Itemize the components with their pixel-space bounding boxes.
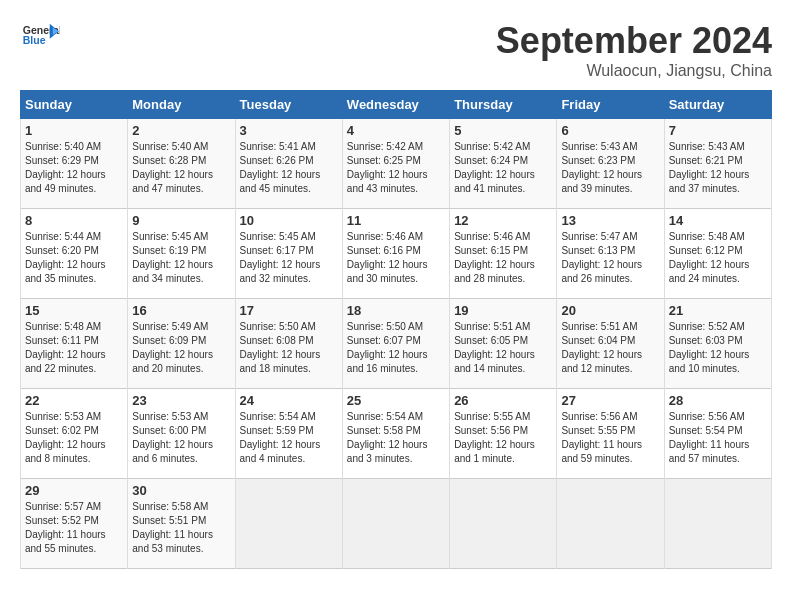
calendar-cell [557, 479, 664, 569]
day-info: Sunrise: 5:45 AM Sunset: 6:19 PM Dayligh… [132, 230, 230, 286]
day-number: 29 [25, 483, 123, 498]
calendar-cell: 14Sunrise: 5:48 AM Sunset: 6:12 PM Dayli… [664, 209, 771, 299]
day-number: 5 [454, 123, 552, 138]
calendar-cell: 1Sunrise: 5:40 AM Sunset: 6:29 PM Daylig… [21, 119, 128, 209]
calendar-cell: 11Sunrise: 5:46 AM Sunset: 6:16 PM Dayli… [342, 209, 449, 299]
day-info: Sunrise: 5:46 AM Sunset: 6:16 PM Dayligh… [347, 230, 445, 286]
day-number: 1 [25, 123, 123, 138]
day-number: 15 [25, 303, 123, 318]
day-info: Sunrise: 5:40 AM Sunset: 6:29 PM Dayligh… [25, 140, 123, 196]
day-number: 12 [454, 213, 552, 228]
calendar-cell: 12Sunrise: 5:46 AM Sunset: 6:15 PM Dayli… [450, 209, 557, 299]
day-info: Sunrise: 5:58 AM Sunset: 5:51 PM Dayligh… [132, 500, 230, 556]
calendar-cell: 21Sunrise: 5:52 AM Sunset: 6:03 PM Dayli… [664, 299, 771, 389]
day-header-sunday: Sunday [21, 91, 128, 119]
day-number: 25 [347, 393, 445, 408]
calendar-table: SundayMondayTuesdayWednesdayThursdayFrid… [20, 90, 772, 569]
day-number: 2 [132, 123, 230, 138]
day-info: Sunrise: 5:42 AM Sunset: 6:25 PM Dayligh… [347, 140, 445, 196]
day-info: Sunrise: 5:54 AM Sunset: 5:59 PM Dayligh… [240, 410, 338, 466]
calendar-cell: 26Sunrise: 5:55 AM Sunset: 5:56 PM Dayli… [450, 389, 557, 479]
calendar-cell: 10Sunrise: 5:45 AM Sunset: 6:17 PM Dayli… [235, 209, 342, 299]
day-info: Sunrise: 5:43 AM Sunset: 6:23 PM Dayligh… [561, 140, 659, 196]
day-info: Sunrise: 5:50 AM Sunset: 6:07 PM Dayligh… [347, 320, 445, 376]
calendar-week-row: 1Sunrise: 5:40 AM Sunset: 6:29 PM Daylig… [21, 119, 772, 209]
day-number: 7 [669, 123, 767, 138]
day-number: 30 [132, 483, 230, 498]
day-header-saturday: Saturday [664, 91, 771, 119]
day-number: 27 [561, 393, 659, 408]
day-number: 6 [561, 123, 659, 138]
day-info: Sunrise: 5:41 AM Sunset: 6:26 PM Dayligh… [240, 140, 338, 196]
day-info: Sunrise: 5:47 AM Sunset: 6:13 PM Dayligh… [561, 230, 659, 286]
logo-icon: General Blue [20, 20, 60, 50]
svg-text:Blue: Blue [23, 34, 46, 46]
day-info: Sunrise: 5:48 AM Sunset: 6:12 PM Dayligh… [669, 230, 767, 286]
calendar-cell: 17Sunrise: 5:50 AM Sunset: 6:08 PM Dayli… [235, 299, 342, 389]
day-info: Sunrise: 5:57 AM Sunset: 5:52 PM Dayligh… [25, 500, 123, 556]
day-header-wednesday: Wednesday [342, 91, 449, 119]
day-number: 13 [561, 213, 659, 228]
day-number: 4 [347, 123, 445, 138]
day-header-monday: Monday [128, 91, 235, 119]
day-number: 10 [240, 213, 338, 228]
day-header-friday: Friday [557, 91, 664, 119]
calendar-cell: 13Sunrise: 5:47 AM Sunset: 6:13 PM Dayli… [557, 209, 664, 299]
calendar-cell [235, 479, 342, 569]
calendar-cell [664, 479, 771, 569]
day-info: Sunrise: 5:43 AM Sunset: 6:21 PM Dayligh… [669, 140, 767, 196]
day-info: Sunrise: 5:50 AM Sunset: 6:08 PM Dayligh… [240, 320, 338, 376]
day-number: 14 [669, 213, 767, 228]
day-header-thursday: Thursday [450, 91, 557, 119]
day-info: Sunrise: 5:52 AM Sunset: 6:03 PM Dayligh… [669, 320, 767, 376]
day-info: Sunrise: 5:51 AM Sunset: 6:05 PM Dayligh… [454, 320, 552, 376]
days-header-row: SundayMondayTuesdayWednesdayThursdayFrid… [21, 91, 772, 119]
day-info: Sunrise: 5:54 AM Sunset: 5:58 PM Dayligh… [347, 410, 445, 466]
calendar-cell: 25Sunrise: 5:54 AM Sunset: 5:58 PM Dayli… [342, 389, 449, 479]
day-info: Sunrise: 5:42 AM Sunset: 6:24 PM Dayligh… [454, 140, 552, 196]
day-number: 17 [240, 303, 338, 318]
day-info: Sunrise: 5:46 AM Sunset: 6:15 PM Dayligh… [454, 230, 552, 286]
page-header: General Blue September 2024 Wulaocun, Ji… [20, 20, 772, 80]
day-info: Sunrise: 5:56 AM Sunset: 5:54 PM Dayligh… [669, 410, 767, 466]
calendar-week-row: 29Sunrise: 5:57 AM Sunset: 5:52 PM Dayli… [21, 479, 772, 569]
calendar-cell: 4Sunrise: 5:42 AM Sunset: 6:25 PM Daylig… [342, 119, 449, 209]
day-info: Sunrise: 5:55 AM Sunset: 5:56 PM Dayligh… [454, 410, 552, 466]
calendar-cell: 18Sunrise: 5:50 AM Sunset: 6:07 PM Dayli… [342, 299, 449, 389]
day-info: Sunrise: 5:44 AM Sunset: 6:20 PM Dayligh… [25, 230, 123, 286]
day-number: 18 [347, 303, 445, 318]
calendar-week-row: 15Sunrise: 5:48 AM Sunset: 6:11 PM Dayli… [21, 299, 772, 389]
day-info: Sunrise: 5:49 AM Sunset: 6:09 PM Dayligh… [132, 320, 230, 376]
calendar-cell: 5Sunrise: 5:42 AM Sunset: 6:24 PM Daylig… [450, 119, 557, 209]
calendar-cell: 6Sunrise: 5:43 AM Sunset: 6:23 PM Daylig… [557, 119, 664, 209]
calendar-cell: 24Sunrise: 5:54 AM Sunset: 5:59 PM Dayli… [235, 389, 342, 479]
day-number: 24 [240, 393, 338, 408]
title-block: September 2024 Wulaocun, Jiangsu, China [496, 20, 772, 80]
calendar-cell: 29Sunrise: 5:57 AM Sunset: 5:52 PM Dayli… [21, 479, 128, 569]
calendar-cell: 28Sunrise: 5:56 AM Sunset: 5:54 PM Dayli… [664, 389, 771, 479]
logo: General Blue [20, 20, 60, 50]
calendar-cell: 19Sunrise: 5:51 AM Sunset: 6:05 PM Dayli… [450, 299, 557, 389]
calendar-cell: 30Sunrise: 5:58 AM Sunset: 5:51 PM Dayli… [128, 479, 235, 569]
day-info: Sunrise: 5:56 AM Sunset: 5:55 PM Dayligh… [561, 410, 659, 466]
day-number: 20 [561, 303, 659, 318]
day-number: 23 [132, 393, 230, 408]
calendar-cell: 16Sunrise: 5:49 AM Sunset: 6:09 PM Dayli… [128, 299, 235, 389]
month-title: September 2024 [496, 20, 772, 62]
calendar-cell: 8Sunrise: 5:44 AM Sunset: 6:20 PM Daylig… [21, 209, 128, 299]
calendar-cell [450, 479, 557, 569]
day-number: 9 [132, 213, 230, 228]
calendar-cell: 3Sunrise: 5:41 AM Sunset: 6:26 PM Daylig… [235, 119, 342, 209]
day-info: Sunrise: 5:45 AM Sunset: 6:17 PM Dayligh… [240, 230, 338, 286]
day-number: 28 [669, 393, 767, 408]
day-number: 8 [25, 213, 123, 228]
calendar-cell: 23Sunrise: 5:53 AM Sunset: 6:00 PM Dayli… [128, 389, 235, 479]
day-number: 16 [132, 303, 230, 318]
day-header-tuesday: Tuesday [235, 91, 342, 119]
day-number: 26 [454, 393, 552, 408]
calendar-cell: 15Sunrise: 5:48 AM Sunset: 6:11 PM Dayli… [21, 299, 128, 389]
calendar-cell: 7Sunrise: 5:43 AM Sunset: 6:21 PM Daylig… [664, 119, 771, 209]
day-info: Sunrise: 5:51 AM Sunset: 6:04 PM Dayligh… [561, 320, 659, 376]
day-info: Sunrise: 5:40 AM Sunset: 6:28 PM Dayligh… [132, 140, 230, 196]
day-number: 19 [454, 303, 552, 318]
